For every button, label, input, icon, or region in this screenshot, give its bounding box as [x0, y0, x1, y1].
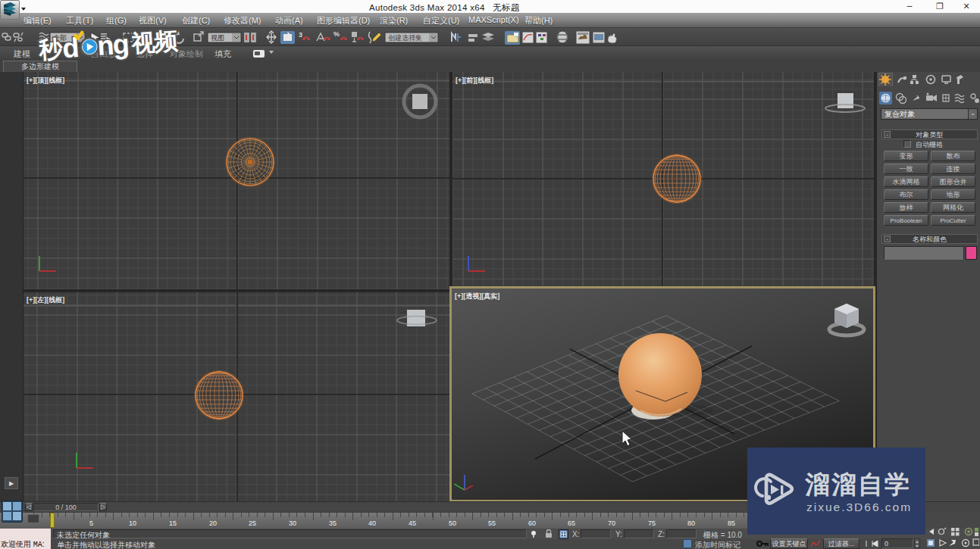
svg-text:3: 3	[299, 31, 302, 39]
svg-text:ng: ng	[96, 28, 129, 61]
svg-text:zixue.3D66.com: zixue.3D66.com	[806, 501, 912, 513]
svg-text:视图: 视图	[211, 34, 224, 42]
svg-text:视频: 视频	[130, 27, 180, 57]
svg-text:溜溜自学: 溜溜自学	[804, 470, 911, 498]
svg-text:创建选择集: 创建选择集	[388, 34, 422, 42]
svg-text:秒: 秒	[37, 36, 64, 64]
svg-text:%: %	[333, 30, 340, 38]
